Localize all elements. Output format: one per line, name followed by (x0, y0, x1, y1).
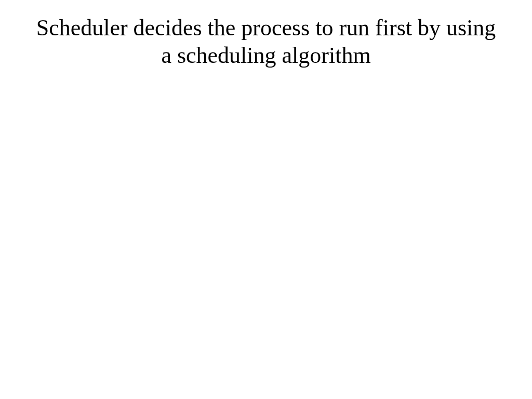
slide-container: Scheduler decides the process to run fir… (0, 0, 532, 399)
slide-title: Scheduler decides the process to run fir… (0, 15, 532, 70)
